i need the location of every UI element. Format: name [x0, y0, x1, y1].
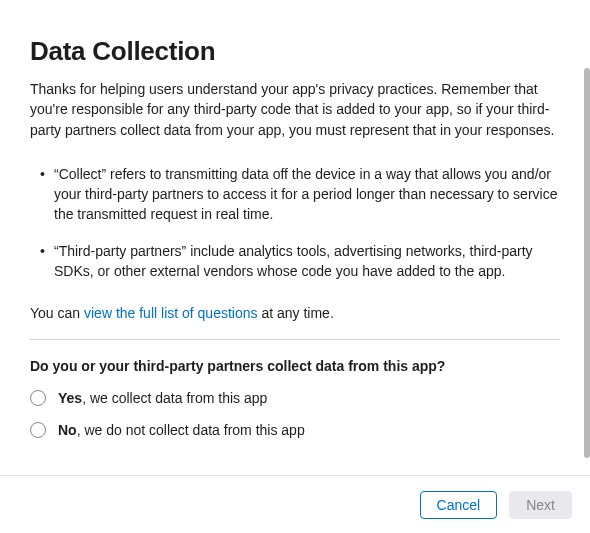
link-prefix: You can [30, 305, 84, 321]
scrollbar-thumb[interactable] [584, 68, 590, 458]
option-yes[interactable]: Yes, we collect data from this app [30, 390, 560, 406]
questions-link-row: You can view the full list of questions … [30, 305, 560, 321]
definition-list: “Collect” refers to transmitting data of… [30, 164, 560, 281]
option-yes-label: Yes, we collect data from this app [58, 390, 267, 406]
cancel-button[interactable]: Cancel [420, 491, 498, 519]
option-no-rest: , we do not collect data from this app [77, 422, 305, 438]
dialog-footer: Cancel Next [0, 475, 590, 533]
bullet-third-party: “Third-party partners” include analytics… [54, 241, 560, 282]
section-divider [30, 339, 560, 340]
option-no-label: No, we do not collect data from this app [58, 422, 305, 438]
bullet-collect: “Collect” refers to transmitting data of… [54, 164, 560, 225]
radio-icon [30, 390, 46, 406]
view-questions-link[interactable]: view the full list of questions [84, 305, 258, 321]
collect-data-question: Do you or your third-party partners coll… [30, 358, 560, 374]
option-yes-bold: Yes [58, 390, 82, 406]
option-yes-rest: , we collect data from this app [82, 390, 267, 406]
option-no-bold: No [58, 422, 77, 438]
option-no[interactable]: No, we do not collect data from this app [30, 422, 560, 438]
intro-paragraph: Thanks for helping users understand your… [30, 79, 560, 140]
link-suffix: at any time. [258, 305, 334, 321]
scrollbar-track [584, 8, 590, 468]
page-title: Data Collection [30, 36, 560, 67]
radio-icon [30, 422, 46, 438]
next-button[interactable]: Next [509, 491, 572, 519]
